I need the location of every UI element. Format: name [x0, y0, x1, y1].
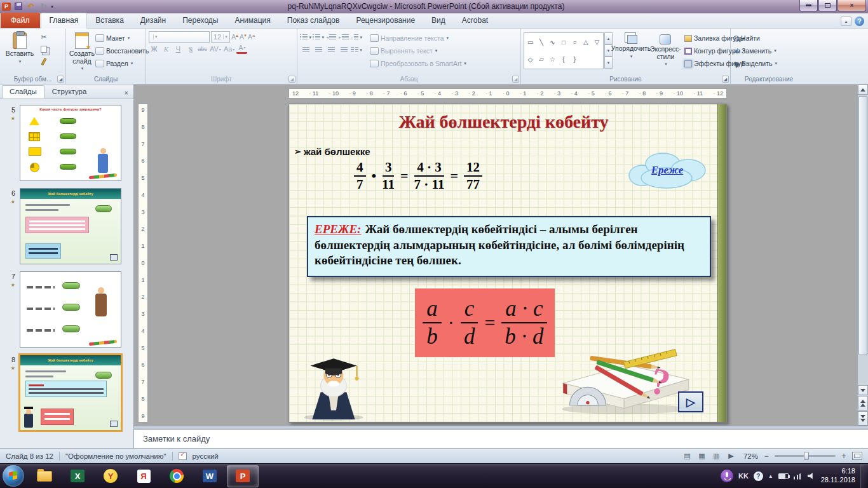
ribbon-tab[interactable]: Acrobat: [454, 13, 496, 28]
font-style-button[interactable]: К: [161, 44, 172, 54]
slide-thumbnail-6[interactable]: Жай бөлшектерді көбейту: [20, 188, 121, 264]
reset-button[interactable]: Восстановить: [95, 45, 149, 57]
slide-thumbnail-7[interactable]: [20, 271, 121, 348]
taskbar-app-button[interactable]: Y: [95, 465, 126, 487]
taskbar-app-button[interactable]: W: [194, 465, 226, 487]
slide-sorter-view-button[interactable]: ▦: [696, 451, 707, 461]
ribbon-tab[interactable]: Показ слайдов: [279, 13, 348, 28]
clipboard-dialog-launcher[interactable]: ◢: [57, 76, 64, 83]
font-size-tool-button[interactable]: А: [240, 33, 247, 41]
select-button[interactable]: Выделить: [733, 58, 777, 69]
zoom-level[interactable]: 72%: [740, 452, 758, 460]
close-button[interactable]: ×: [837, 0, 866, 11]
bullets-button[interactable]: [300, 32, 311, 43]
formula-box[interactable]: ab · cd = a · cb · d: [415, 288, 555, 357]
shape-icon[interactable]: □: [562, 39, 566, 46]
shapes-more-button[interactable]: ▼: [604, 57, 613, 69]
shape-icon[interactable]: ☆: [550, 56, 555, 63]
next-slide-action-button[interactable]: ▷: [678, 391, 703, 412]
taskbar-app-button[interactable]: Я: [128, 465, 159, 487]
format-painter-button[interactable]: [38, 56, 50, 67]
rule-callout-cloud[interactable]: Ереже: [625, 150, 710, 192]
status-theme[interactable]: "Оформление по умолчанию": [65, 452, 166, 460]
slide-bullet-text[interactable]: ➢ жай бөлшекке: [294, 146, 370, 157]
ribbon-tab[interactable]: Рецензирование: [348, 13, 423, 28]
font-style-button[interactable]: S: [185, 44, 196, 54]
vertical-scrollbar[interactable]: [857, 85, 868, 426]
text-direction-button[interactable]: Направление текста: [370, 32, 466, 44]
shape-icon[interactable]: ▽: [594, 39, 599, 46]
zoom-in-button[interactable]: +: [839, 452, 848, 461]
spellcheck-icon[interactable]: [179, 452, 187, 460]
font-style-button[interactable]: Ж: [149, 44, 159, 54]
professor-image[interactable]: [295, 348, 374, 421]
font-size-tool-button[interactable]: А: [248, 33, 255, 41]
ribbon-tab[interactable]: Вид: [423, 13, 454, 28]
line-spacing-button[interactable]: ↕: [351, 32, 362, 43]
decrease-indent-button[interactable]: ◂: [325, 32, 337, 43]
columns-button[interactable]: [351, 45, 362, 55]
copy-button[interactable]: [38, 44, 50, 55]
paragraph-dialog-launcher[interactable]: ◢: [512, 76, 519, 83]
language-indicator[interactable]: KK: [738, 472, 749, 480]
slideshow-view-button[interactable]: ▶: [726, 451, 736, 461]
ribbon-tab[interactable]: Переходы: [174, 13, 226, 28]
new-slide-button[interactable]: Создать слайд: [69, 30, 95, 74]
scroll-down-button[interactable]: [858, 385, 868, 395]
normal-view-button[interactable]: ▤: [682, 451, 693, 461]
align-center-button[interactable]: [313, 45, 324, 55]
font-style-button[interactable]: Aa: [223, 44, 235, 54]
title-bar[interactable]: P ↶ ↻ ▾ pq-RuNMyLqnaRQXvCwgciw - Microso…: [0, 0, 868, 13]
shape-icon[interactable]: △: [583, 39, 588, 46]
powerpoint-app-icon[interactable]: P: [2, 3, 11, 11]
speaker-icon[interactable]: [808, 473, 816, 480]
hidden-icons-arrow[interactable]: ▲: [768, 473, 773, 479]
start-button[interactable]: [3, 465, 24, 487]
taskbar-app-button[interactable]: [161, 465, 193, 487]
numbering-button[interactable]: [313, 32, 324, 43]
fit-slide-to-window-button[interactable]: [852, 452, 862, 460]
layout-button[interactable]: Макет: [95, 32, 149, 44]
shapes-gallery[interactable]: ▭╲∿□○△▽◇▱☆{}: [524, 32, 604, 69]
shape-icon[interactable]: ∿: [550, 39, 555, 46]
justify-button[interactable]: [338, 45, 349, 55]
font-size-tool-button[interactable]: А: [231, 33, 238, 41]
horizontal-ruler[interactable]: 1211109876543210123456789101112: [288, 88, 727, 98]
find-button[interactable]: Найти: [733, 32, 777, 44]
font-style-button[interactable]: AV: [209, 44, 222, 54]
align-left-button[interactable]: [300, 45, 311, 55]
scrollbar-thumb[interactable]: [858, 96, 867, 355]
scroll-up-button[interactable]: [858, 85, 868, 95]
zoom-slider-thumb[interactable]: [804, 452, 809, 460]
panel-close-button[interactable]: ×: [121, 89, 132, 98]
ribbon-tab[interactable]: Главная: [41, 13, 88, 29]
slide-thumbnail-5[interactable]: Какая часть фигуры закрашена?: [20, 105, 121, 181]
next-slide-button[interactable]: [858, 411, 868, 426]
cut-button[interactable]: ✂: [38, 32, 50, 43]
ribbon-tab[interactable]: Файл: [1, 13, 40, 28]
paste-button[interactable]: Вставить: [3, 30, 37, 74]
font-dialog-launcher[interactable]: ◢: [288, 76, 295, 83]
redo-button[interactable]: ↻: [38, 2, 49, 11]
shape-icon[interactable]: ╲: [539, 39, 543, 46]
font-name-combobox[interactable]: [149, 31, 210, 43]
arrange-button[interactable]: Упорядочить: [613, 30, 649, 74]
ribbon-tab[interactable]: Дизайн: [132, 13, 174, 28]
fraction-equation[interactable]: 47 • 311 = 4 · 37 · 11 = 1277: [354, 160, 482, 191]
font-style-button[interactable]: Ч: [173, 44, 184, 54]
drawing-dialog-launcher[interactable]: ◢: [722, 76, 729, 83]
shape-icon[interactable]: ▭: [527, 39, 533, 46]
help-tray-icon[interactable]: ?: [754, 471, 763, 481]
shape-icon[interactable]: ○: [573, 39, 576, 46]
clock[interactable]: 6:18 28.11.2018: [821, 467, 855, 485]
font-size-combobox[interactable]: 12: [211, 31, 230, 43]
ribbon-tab[interactable]: Вставка: [87, 13, 132, 28]
notes-pane[interactable]: Заметки к слайду: [134, 429, 868, 448]
replace-button[interactable]: abЗаменить: [733, 45, 777, 57]
maximize-button[interactable]: [818, 0, 837, 11]
increase-indent-button[interactable]: ▸: [338, 32, 349, 43]
ribbon-tab[interactable]: Анимация: [226, 13, 278, 28]
slide-thumbnail-8-selected[interactable]: Жай бөлшектерді көбейту: [20, 355, 121, 431]
show-desktop-button[interactable]: [860, 464, 867, 488]
convert-smartart-button[interactable]: Преобразовать в SmartArt: [370, 58, 466, 69]
